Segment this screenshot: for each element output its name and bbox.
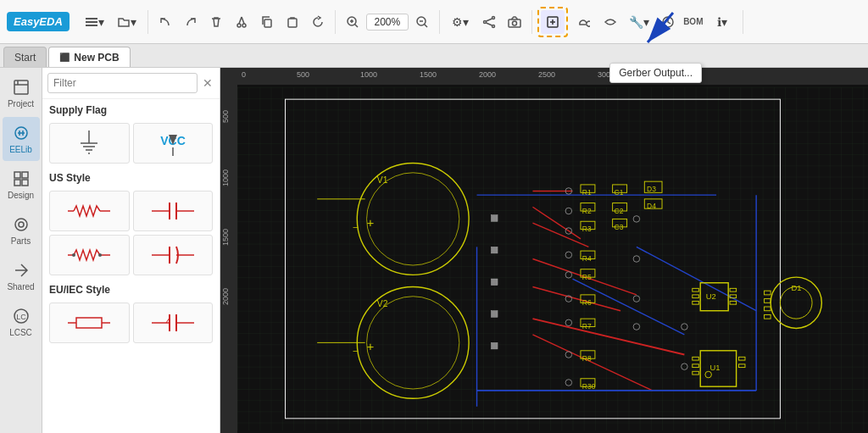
svg-text:V2: V2 (377, 299, 388, 308)
ruler-horizontal: 0 500 1000 1500 2000 2500 3000 3500 (237, 68, 868, 85)
zoom-level: 200% (366, 14, 409, 31)
svg-rect-142 (491, 215, 498, 222)
svg-rect-146 (491, 342, 498, 349)
svg-point-41 (19, 222, 24, 227)
symbol-capacitor-us2[interactable] (133, 235, 214, 275)
symbol-capacitor-us[interactable] (133, 191, 214, 231)
sidebar-item-project[interactable]: Project (3, 71, 40, 115)
tab-start[interactable]: Start (3, 47, 47, 67)
ruler-corner (220, 68, 237, 85)
gerber-button[interactable] (541, 10, 565, 34)
undo-button[interactable] (153, 10, 177, 34)
cloud-button[interactable] (571, 10, 595, 34)
svg-text:+: + (367, 339, 375, 353)
svg-line-14 (424, 24, 427, 27)
svg-text:R30: R30 (582, 382, 596, 391)
open-button[interactable]: ▾ (112, 10, 142, 34)
svg-text:R2: R2 (582, 207, 592, 215)
svg-rect-66 (76, 318, 102, 328)
filter-input[interactable] (47, 73, 198, 93)
svg-line-6 (242, 17, 244, 24)
svg-point-3 (237, 24, 241, 27)
svg-rect-144 (491, 279, 498, 286)
svg-text:R3: R3 (582, 225, 592, 233)
filter-bar: ✕ (42, 68, 220, 99)
share-button[interactable] (477, 10, 501, 34)
pcb-svg: V1 V2 (237, 85, 868, 433)
logo[interactable]: EasyEDA (7, 12, 70, 31)
svg-rect-29 (14, 80, 28, 94)
svg-text:R7: R7 (582, 322, 592, 330)
filter-clear-button[interactable]: ✕ (201, 76, 214, 90)
svg-text:D4: D4 (647, 202, 656, 210)
svg-text:C3: C3 (615, 223, 624, 231)
section-title-supply: Supply Flag (42, 99, 220, 119)
section-title-us: US Style (42, 167, 220, 187)
svg-text:R8: R8 (582, 354, 592, 363)
section-title-eu: EU/IEC Style (42, 279, 220, 299)
rotate-button[interactable] (306, 10, 330, 34)
svg-line-19 (486, 19, 492, 21)
toolbar: EasyEDA ▾ ▾ (0, 0, 868, 44)
svg-text:+: + (367, 215, 375, 230)
left-panel: ✕ Supply Flag VCC (42, 68, 220, 433)
symbol-resistor-us2[interactable] (49, 235, 130, 275)
svg-text:C2: C2 (615, 207, 624, 215)
supply-flag-grid: VCC (42, 119, 220, 167)
redo-button[interactable] (179, 10, 203, 34)
svg-text:R5: R5 (582, 273, 592, 281)
svg-point-60 (72, 253, 75, 257)
svg-rect-39 (22, 180, 28, 186)
svg-line-10 (354, 24, 358, 27)
svg-point-61 (98, 253, 102, 257)
symbol-resistor-us[interactable] (49, 191, 130, 231)
info-button[interactable]: ℹ▾ (707, 10, 737, 34)
arrow-indicator (631, 8, 682, 57)
bom-button[interactable]: BOM (682, 10, 705, 34)
svg-point-17 (483, 20, 486, 23)
delete-button[interactable] (204, 10, 228, 34)
svg-point-4 (242, 24, 246, 27)
pcb-canvas[interactable]: V1 V2 (237, 85, 868, 433)
eu-style-grid (42, 299, 220, 347)
zoom-out-button[interactable] (410, 10, 434, 34)
sidebar-item-parts[interactable]: Parts (3, 208, 40, 253)
copy-button[interactable] (255, 10, 279, 34)
zoom-group: 200% (341, 10, 440, 34)
main-area: Project EELib Design Parts Shared LC LCS… (0, 68, 868, 433)
file-group: ▾ ▾ (80, 10, 148, 34)
sidebar-item-shared[interactable]: Shared (3, 254, 40, 298)
symbol-gnd[interactable] (49, 123, 130, 164)
tab-new-pcb[interactable]: ⬛ New PCB (48, 47, 130, 67)
gerber-highlight (537, 7, 568, 37)
us-style-grid (42, 187, 220, 279)
camera-button[interactable] (503, 10, 526, 34)
canvas-area[interactable]: 0 500 1000 1500 2000 2500 3000 3500 500 … (220, 68, 868, 433)
menu-button[interactable]: ▾ (80, 10, 110, 34)
sidebar-item-eelib[interactable]: EELib (3, 117, 40, 161)
svg-rect-143 (491, 247, 498, 253)
tools-group: ⚙▾ (445, 10, 532, 34)
paste-button[interactable] (281, 10, 304, 34)
svg-point-18 (492, 25, 494, 27)
zoom-in-button[interactable] (341, 10, 364, 34)
svg-line-20 (486, 23, 492, 25)
settings-button[interactable]: ⚙▾ (445, 10, 476, 34)
symbol-vcc[interactable]: VCC (133, 123, 214, 164)
svg-line-5 (239, 17, 242, 24)
svg-rect-1 (86, 21, 97, 23)
cut-button[interactable] (230, 10, 253, 34)
route-button[interactable] (598, 10, 622, 34)
ruler-vertical: 500 1000 1500 2000 (220, 85, 237, 433)
svg-rect-8 (288, 19, 297, 27)
symbol-capacitor-eu[interactable] (133, 303, 214, 343)
svg-rect-38 (14, 180, 20, 186)
svg-text:C1: C1 (615, 188, 624, 197)
symbol-resistor-eu[interactable] (49, 303, 130, 343)
svg-text:U1: U1 (710, 363, 721, 372)
gerber-popup[interactable]: Gerber Output... (609, 63, 702, 83)
sidebar-item-lcsc[interactable]: LC LCSC (3, 300, 40, 344)
sidebar-icons: Project EELib Design Parts Shared LC LCS… (0, 68, 42, 433)
svg-text:LC: LC (16, 313, 26, 321)
sidebar-item-design[interactable]: Design (3, 163, 40, 207)
